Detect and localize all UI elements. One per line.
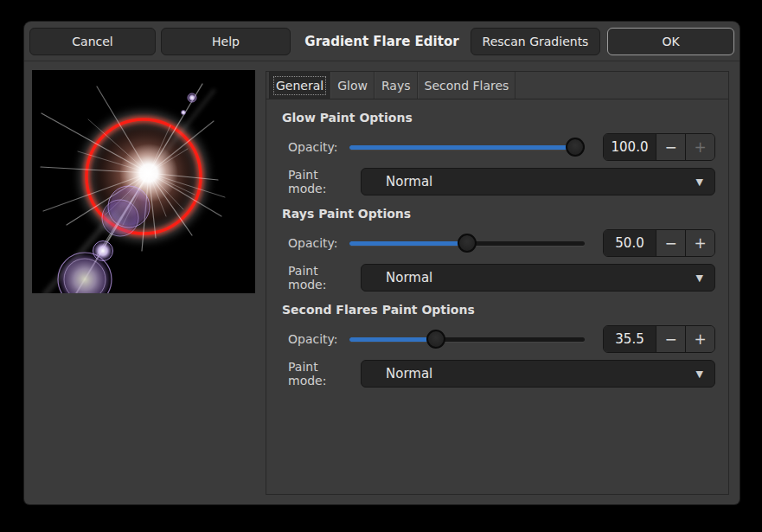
tab-bar: General Glow Rays Second Flares bbox=[266, 72, 728, 99]
rays-opacity-spinbox: 50.0 − + bbox=[603, 229, 715, 257]
rays-opacity-value[interactable]: 50.0 bbox=[604, 230, 656, 256]
minus-icon: − bbox=[664, 138, 676, 156]
opacity-row: Opacity: 35.5 − bbox=[288, 325, 715, 353]
paint-mode-label: Paint mode: bbox=[288, 360, 355, 388]
tab-second-flares[interactable]: Second Flares bbox=[418, 72, 516, 99]
glow-opacity-increase-button[interactable]: + bbox=[685, 134, 714, 160]
slider-track[interactable] bbox=[349, 145, 585, 150]
flare-preview bbox=[32, 70, 255, 293]
plus-icon: + bbox=[694, 330, 706, 348]
section-glow-paint-options: Glow Paint Options Opacity: 100.0 bbox=[282, 111, 715, 195]
second-flares-opacity-decrease-button[interactable]: − bbox=[656, 326, 685, 352]
tab-second-flares-label: Second Flares bbox=[425, 79, 509, 93]
tab-glow-label: Glow bbox=[337, 79, 368, 93]
tab-rays[interactable]: Rays bbox=[375, 72, 418, 99]
paint-mode-label: Paint mode: bbox=[288, 264, 355, 292]
slider-handle[interactable] bbox=[458, 234, 477, 253]
glow-paint-mode-dropdown[interactable]: Normal ▼ bbox=[361, 168, 715, 195]
section-second-flares-paint-options: Second Flares Paint Options Opacity: 35.… bbox=[282, 303, 715, 388]
tab-glow[interactable]: Glow bbox=[330, 72, 375, 99]
section-rays-paint-options: Rays Paint Options Opacity: 50.0 bbox=[282, 207, 715, 292]
opacity-row: Opacity: 100.0 − bbox=[288, 133, 715, 161]
header-bar: Gradient Flare Editor Cancel Help Rescan… bbox=[24, 22, 740, 61]
rays-paint-mode-dropdown[interactable]: Normal ▼ bbox=[361, 264, 715, 292]
help-button[interactable]: Help bbox=[161, 28, 291, 55]
rays-opacity-decrease-button[interactable]: − bbox=[656, 230, 685, 256]
opacity-label: Opacity: bbox=[288, 332, 343, 346]
rescan-gradients-button[interactable]: Rescan Gradients bbox=[471, 28, 600, 55]
paint-mode-row: Paint mode: Normal ▼ bbox=[288, 360, 715, 388]
plus-icon: + bbox=[694, 234, 706, 252]
second-flares-paint-mode-dropdown[interactable]: Normal ▼ bbox=[361, 360, 715, 388]
glow-opacity-spinbox: 100.0 − + bbox=[603, 133, 715, 161]
slider-track[interactable] bbox=[349, 337, 585, 342]
paint-mode-row: Paint mode: Normal ▼ bbox=[288, 264, 715, 292]
minus-icon: − bbox=[664, 330, 676, 348]
paint-mode-label: Paint mode: bbox=[288, 168, 355, 195]
second-flares-opacity-spinbox: 35.5 − + bbox=[603, 325, 715, 353]
slider-fill bbox=[349, 145, 575, 150]
glow-opacity-decrease-button[interactable]: − bbox=[656, 134, 685, 160]
second-flares-opacity-increase-button[interactable]: + bbox=[685, 326, 714, 352]
chevron-down-icon: ▼ bbox=[696, 272, 703, 284]
glow-opacity-value[interactable]: 100.0 bbox=[604, 134, 656, 160]
chevron-down-icon: ▼ bbox=[696, 369, 703, 380]
opacity-label: Opacity: bbox=[288, 236, 343, 250]
slider-fill bbox=[349, 241, 467, 246]
opacity-label: Opacity: bbox=[288, 140, 343, 154]
minus-icon: − bbox=[664, 234, 676, 252]
glow-opacity-slider[interactable] bbox=[349, 133, 585, 161]
dialog-body: General Glow Rays Second Flares Glow Pai… bbox=[24, 61, 740, 503]
second-flares-opacity-slider[interactable] bbox=[349, 325, 585, 353]
slider-handle[interactable] bbox=[426, 330, 445, 349]
second-flares-opacity-value[interactable]: 35.5 bbox=[604, 326, 656, 352]
rays-opacity-slider[interactable] bbox=[349, 229, 585, 257]
paint-mode-value: Normal bbox=[386, 270, 432, 285]
plus-icon: + bbox=[694, 138, 706, 156]
section-title: Glow Paint Options bbox=[282, 111, 715, 125]
flare-preview-image bbox=[32, 70, 255, 293]
cancel-button[interactable]: Cancel bbox=[29, 28, 156, 55]
editor-notebook: General Glow Rays Second Flares Glow Pai… bbox=[266, 71, 729, 495]
ok-button[interactable]: OK bbox=[607, 28, 734, 55]
rays-opacity-increase-button[interactable]: + bbox=[685, 230, 714, 256]
chevron-down-icon: ▼ bbox=[696, 176, 703, 188]
paint-mode-value: Normal bbox=[386, 366, 432, 381]
opacity-row: Opacity: 50.0 − bbox=[288, 229, 715, 257]
paint-mode-value: Normal bbox=[386, 174, 432, 189]
slider-handle[interactable] bbox=[566, 138, 585, 157]
general-tab-content: Glow Paint Options Opacity: 100.0 bbox=[266, 99, 728, 388]
section-title: Second Flares Paint Options bbox=[282, 303, 715, 317]
tab-rays-label: Rays bbox=[381, 79, 411, 93]
gradient-flare-editor-window: Gradient Flare Editor Cancel Help Rescan… bbox=[24, 22, 740, 504]
slider-fill bbox=[349, 337, 436, 342]
tab-general-label: General bbox=[276, 79, 323, 93]
paint-mode-row: Paint mode: Normal ▼ bbox=[288, 168, 715, 195]
section-title: Rays Paint Options bbox=[282, 207, 715, 221]
tab-general[interactable]: General bbox=[269, 72, 330, 99]
